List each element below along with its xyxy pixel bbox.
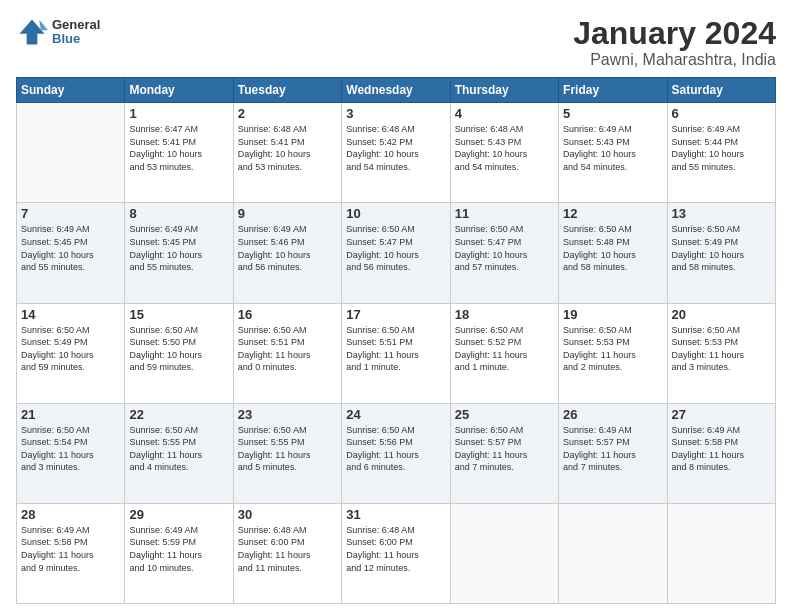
day-number: 14	[21, 307, 120, 322]
day-info: Sunrise: 6:49 AM Sunset: 5:45 PM Dayligh…	[21, 223, 120, 273]
day-number: 20	[672, 307, 771, 322]
logo-general: General	[52, 18, 100, 32]
calendar-day: 23Sunrise: 6:50 AM Sunset: 5:55 PM Dayli…	[233, 403, 341, 503]
logo: General Blue	[16, 16, 100, 48]
day-info: Sunrise: 6:48 AM Sunset: 6:00 PM Dayligh…	[346, 524, 445, 574]
day-info: Sunrise: 6:50 AM Sunset: 5:53 PM Dayligh…	[672, 324, 771, 374]
calendar-day: 27Sunrise: 6:49 AM Sunset: 5:58 PM Dayli…	[667, 403, 775, 503]
day-number: 6	[672, 106, 771, 121]
calendar-header-row: SundayMondayTuesdayWednesdayThursdayFrid…	[17, 78, 776, 103]
calendar-day: 13Sunrise: 6:50 AM Sunset: 5:49 PM Dayli…	[667, 203, 775, 303]
day-number: 26	[563, 407, 662, 422]
day-info: Sunrise: 6:48 AM Sunset: 5:41 PM Dayligh…	[238, 123, 337, 173]
calendar-table: SundayMondayTuesdayWednesdayThursdayFrid…	[16, 77, 776, 604]
calendar-day: 25Sunrise: 6:50 AM Sunset: 5:57 PM Dayli…	[450, 403, 558, 503]
day-info: Sunrise: 6:50 AM Sunset: 5:47 PM Dayligh…	[346, 223, 445, 273]
day-info: Sunrise: 6:50 AM Sunset: 5:51 PM Dayligh…	[238, 324, 337, 374]
calendar-day: 31Sunrise: 6:48 AM Sunset: 6:00 PM Dayli…	[342, 503, 450, 603]
day-info: Sunrise: 6:50 AM Sunset: 5:54 PM Dayligh…	[21, 424, 120, 474]
day-number: 10	[346, 206, 445, 221]
calendar-day: 30Sunrise: 6:48 AM Sunset: 6:00 PM Dayli…	[233, 503, 341, 603]
day-number: 27	[672, 407, 771, 422]
day-info: Sunrise: 6:49 AM Sunset: 5:57 PM Dayligh…	[563, 424, 662, 474]
calendar-day: 24Sunrise: 6:50 AM Sunset: 5:56 PM Dayli…	[342, 403, 450, 503]
calendar-day: 2Sunrise: 6:48 AM Sunset: 5:41 PM Daylig…	[233, 103, 341, 203]
calendar-day: 14Sunrise: 6:50 AM Sunset: 5:49 PM Dayli…	[17, 303, 125, 403]
day-number: 2	[238, 106, 337, 121]
day-number: 19	[563, 307, 662, 322]
calendar-day: 11Sunrise: 6:50 AM Sunset: 5:47 PM Dayli…	[450, 203, 558, 303]
day-number: 23	[238, 407, 337, 422]
calendar-day: 10Sunrise: 6:50 AM Sunset: 5:47 PM Dayli…	[342, 203, 450, 303]
day-number: 31	[346, 507, 445, 522]
calendar-day: 16Sunrise: 6:50 AM Sunset: 5:51 PM Dayli…	[233, 303, 341, 403]
day-info: Sunrise: 6:50 AM Sunset: 5:55 PM Dayligh…	[238, 424, 337, 474]
calendar-day: 8Sunrise: 6:49 AM Sunset: 5:45 PM Daylig…	[125, 203, 233, 303]
day-info: Sunrise: 6:49 AM Sunset: 5:45 PM Dayligh…	[129, 223, 228, 273]
calendar-week-row: 21Sunrise: 6:50 AM Sunset: 5:54 PM Dayli…	[17, 403, 776, 503]
calendar-header-monday: Monday	[125, 78, 233, 103]
calendar-day: 26Sunrise: 6:49 AM Sunset: 5:57 PM Dayli…	[559, 403, 667, 503]
day-info: Sunrise: 6:48 AM Sunset: 6:00 PM Dayligh…	[238, 524, 337, 574]
calendar-day: 29Sunrise: 6:49 AM Sunset: 5:59 PM Dayli…	[125, 503, 233, 603]
day-info: Sunrise: 6:50 AM Sunset: 5:52 PM Dayligh…	[455, 324, 554, 374]
calendar-header-sunday: Sunday	[17, 78, 125, 103]
day-info: Sunrise: 6:48 AM Sunset: 5:43 PM Dayligh…	[455, 123, 554, 173]
calendar-day	[667, 503, 775, 603]
day-number: 30	[238, 507, 337, 522]
calendar-day: 28Sunrise: 6:49 AM Sunset: 5:58 PM Dayli…	[17, 503, 125, 603]
day-info: Sunrise: 6:50 AM Sunset: 5:55 PM Dayligh…	[129, 424, 228, 474]
calendar-day: 7Sunrise: 6:49 AM Sunset: 5:45 PM Daylig…	[17, 203, 125, 303]
day-info: Sunrise: 6:50 AM Sunset: 5:49 PM Dayligh…	[672, 223, 771, 273]
day-number: 7	[21, 206, 120, 221]
day-info: Sunrise: 6:49 AM Sunset: 5:46 PM Dayligh…	[238, 223, 337, 273]
calendar-day	[559, 503, 667, 603]
calendar-week-row: 28Sunrise: 6:49 AM Sunset: 5:58 PM Dayli…	[17, 503, 776, 603]
day-info: Sunrise: 6:50 AM Sunset: 5:48 PM Dayligh…	[563, 223, 662, 273]
calendar-day: 15Sunrise: 6:50 AM Sunset: 5:50 PM Dayli…	[125, 303, 233, 403]
logo-text: General Blue	[52, 18, 100, 47]
day-number: 13	[672, 206, 771, 221]
day-number: 17	[346, 307, 445, 322]
calendar-week-row: 1Sunrise: 6:47 AM Sunset: 5:41 PM Daylig…	[17, 103, 776, 203]
calendar-day: 9Sunrise: 6:49 AM Sunset: 5:46 PM Daylig…	[233, 203, 341, 303]
calendar-day: 18Sunrise: 6:50 AM Sunset: 5:52 PM Dayli…	[450, 303, 558, 403]
calendar-header-saturday: Saturday	[667, 78, 775, 103]
title-block: January 2024 Pawni, Maharashtra, India	[573, 16, 776, 69]
calendar-day: 22Sunrise: 6:50 AM Sunset: 5:55 PM Dayli…	[125, 403, 233, 503]
logo-icon	[16, 16, 48, 48]
page: General Blue January 2024 Pawni, Maharas…	[0, 0, 792, 612]
day-number: 16	[238, 307, 337, 322]
day-number: 12	[563, 206, 662, 221]
day-number: 25	[455, 407, 554, 422]
day-info: Sunrise: 6:50 AM Sunset: 5:50 PM Dayligh…	[129, 324, 228, 374]
calendar-day: 5Sunrise: 6:49 AM Sunset: 5:43 PM Daylig…	[559, 103, 667, 203]
calendar-day: 6Sunrise: 6:49 AM Sunset: 5:44 PM Daylig…	[667, 103, 775, 203]
calendar-header-friday: Friday	[559, 78, 667, 103]
calendar-header-wednesday: Wednesday	[342, 78, 450, 103]
day-number: 24	[346, 407, 445, 422]
calendar-week-row: 14Sunrise: 6:50 AM Sunset: 5:49 PM Dayli…	[17, 303, 776, 403]
logo-blue: Blue	[52, 32, 100, 46]
header: General Blue January 2024 Pawni, Maharas…	[16, 16, 776, 69]
calendar-day: 20Sunrise: 6:50 AM Sunset: 5:53 PM Dayli…	[667, 303, 775, 403]
calendar-day: 19Sunrise: 6:50 AM Sunset: 5:53 PM Dayli…	[559, 303, 667, 403]
day-number: 22	[129, 407, 228, 422]
calendar-day: 4Sunrise: 6:48 AM Sunset: 5:43 PM Daylig…	[450, 103, 558, 203]
calendar-subtitle: Pawni, Maharashtra, India	[573, 51, 776, 69]
day-info: Sunrise: 6:50 AM Sunset: 5:53 PM Dayligh…	[563, 324, 662, 374]
day-number: 4	[455, 106, 554, 121]
calendar-day: 3Sunrise: 6:48 AM Sunset: 5:42 PM Daylig…	[342, 103, 450, 203]
day-info: Sunrise: 6:47 AM Sunset: 5:41 PM Dayligh…	[129, 123, 228, 173]
day-number: 9	[238, 206, 337, 221]
day-number: 29	[129, 507, 228, 522]
calendar-day: 12Sunrise: 6:50 AM Sunset: 5:48 PM Dayli…	[559, 203, 667, 303]
calendar-day: 17Sunrise: 6:50 AM Sunset: 5:51 PM Dayli…	[342, 303, 450, 403]
day-number: 1	[129, 106, 228, 121]
day-info: Sunrise: 6:49 AM Sunset: 5:44 PM Dayligh…	[672, 123, 771, 173]
calendar-day	[17, 103, 125, 203]
day-info: Sunrise: 6:50 AM Sunset: 5:57 PM Dayligh…	[455, 424, 554, 474]
day-info: Sunrise: 6:49 AM Sunset: 5:59 PM Dayligh…	[129, 524, 228, 574]
calendar-day: 1Sunrise: 6:47 AM Sunset: 5:41 PM Daylig…	[125, 103, 233, 203]
calendar-week-row: 7Sunrise: 6:49 AM Sunset: 5:45 PM Daylig…	[17, 203, 776, 303]
